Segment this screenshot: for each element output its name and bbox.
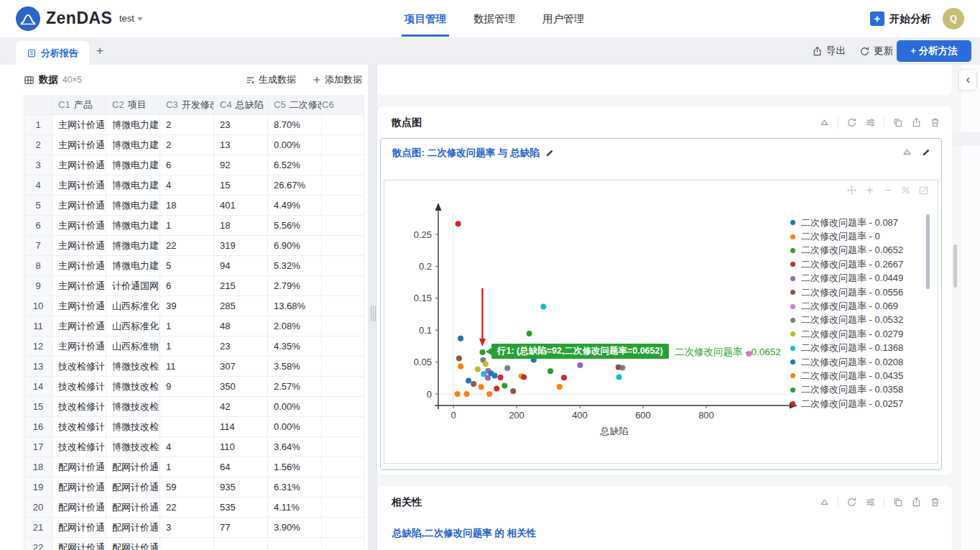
project-switcher[interactable]: test (119, 13, 143, 24)
table-cell[interactable]: 39 (160, 296, 214, 316)
table-cell[interactable]: 3 (160, 518, 214, 538)
table-cell[interactable]: 4.49% (268, 196, 322, 216)
legend-item[interactable]: 二次修改问题率 - 0.0257 (790, 397, 903, 411)
table-cell[interactable]: 主网计价通 (52, 155, 106, 175)
table-cell[interactable]: 2 (160, 115, 214, 135)
table-cell[interactable]: 319 (214, 236, 268, 256)
table-cell[interactable]: 5 (24, 196, 52, 216)
table-cell[interactable]: 42 (214, 397, 268, 417)
table-cell[interactable]: 12 (24, 336, 52, 357)
table-cell[interactable]: 配网计价通 (52, 518, 106, 538)
nav-tab-data-management[interactable]: 数据管理 (473, 0, 515, 37)
table-cell[interactable]: 215 (214, 276, 268, 296)
table-cell[interactable]: 1 (160, 336, 214, 357)
table-cell[interactable]: 配网计价通 (106, 518, 160, 538)
table-cell[interactable]: 22 (24, 538, 52, 550)
rerun-icon[interactable] (846, 497, 857, 508)
table-cell[interactable] (322, 336, 364, 357)
table-cell[interactable]: 主网计价通 (52, 336, 106, 357)
table-cell[interactable]: 配网计价通 (106, 538, 160, 550)
table-cell[interactable]: 18 (214, 216, 268, 236)
table-cell[interactable]: 4 (24, 175, 52, 196)
table-cell[interactable]: 博微技改检 (106, 437, 160, 457)
table-cell[interactable]: 主网计价通 (52, 135, 106, 155)
table-cell[interactable]: 0.00% (268, 135, 322, 155)
nav-tab-user-management[interactable]: 用户管理 (542, 0, 584, 37)
table-cell[interactable]: 1 (24, 115, 52, 135)
table-cell[interactable]: 0.00% (268, 417, 322, 437)
table-cell[interactable]: 307 (214, 357, 268, 377)
start-analysis-button[interactable]: 开始分析 (889, 12, 931, 26)
table-cell[interactable]: 技改检修计 (52, 357, 106, 377)
table-cell[interactable]: 主网计价通 (52, 175, 106, 196)
table-cell[interactable]: 23 (214, 336, 268, 357)
collapse-panel-button[interactable] (958, 69, 977, 91)
table-cell[interactable]: 配网计价通 (106, 477, 160, 498)
start-analysis-plus-icon[interactable]: + (870, 12, 884, 26)
legend-item[interactable]: 二次修改问题率 - 0.2667 (790, 257, 903, 271)
table-cell[interactable]: 配网计价通 (106, 457, 160, 477)
legend-item[interactable]: 二次修改问题率 - 0.069 (790, 299, 903, 313)
table-cell[interactable]: 92 (214, 155, 268, 175)
table-cell[interactable]: 3.64% (268, 437, 322, 457)
table-cell[interactable]: 博微技改检 (106, 377, 160, 397)
table-cell[interactable]: 博微技改检 (106, 357, 160, 377)
table-cell[interactable]: 技改检修计 (52, 417, 106, 437)
table-cell[interactable]: 94 (214, 256, 268, 276)
zoom-out-icon[interactable] (882, 185, 893, 196)
table-cell[interactable]: 401 (214, 196, 268, 216)
table-cell[interactable]: 博微电力建 (106, 115, 160, 135)
legend-item[interactable]: 二次修改问题率 - 0.0435 (790, 369, 903, 382)
table-cell[interactable] (322, 115, 364, 135)
table-cell[interactable]: 22 (160, 236, 214, 256)
table-cell[interactable]: 技改检修计 (52, 397, 106, 417)
table-cell[interactable]: 48 (214, 316, 268, 336)
settings-icon[interactable] (865, 117, 876, 128)
table-cell[interactable] (322, 498, 364, 518)
settings-icon[interactable] (865, 497, 876, 508)
table-cell[interactable]: 技改检修计 (52, 377, 106, 397)
table-cell[interactable]: 64 (214, 457, 268, 477)
table-cell[interactable]: 主网计价通 (52, 216, 106, 236)
table-cell[interactable]: 14 (24, 377, 52, 397)
table-cell[interactable]: 11 (160, 357, 214, 377)
table-cell[interactable] (322, 518, 364, 538)
add-report-tab-button[interactable]: + (96, 44, 103, 58)
legend-item[interactable]: 二次修改问题率 - 0 (790, 229, 903, 243)
column-header-C4[interactable]: C4总缺陷 (214, 95, 268, 115)
legend-item[interactable]: 二次修改问题率 - 0.1368 (790, 342, 903, 355)
add-analysis-method-button[interactable]: + 分析方法 (897, 40, 971, 62)
generate-data-button[interactable]: 生成数据 (245, 73, 296, 86)
nav-tab-project-management[interactable]: 项目管理 (405, 0, 446, 37)
edit-plot-icon[interactable] (918, 185, 929, 196)
table-cell[interactable]: 博微电力建 (106, 256, 160, 276)
table-cell[interactable]: 935 (214, 477, 268, 498)
table-cell[interactable]: 18 (160, 196, 214, 216)
table-cell[interactable]: 7 (24, 236, 52, 256)
table-cell[interactable]: 11 (24, 316, 52, 336)
table-cell[interactable]: 13.68% (268, 296, 322, 316)
column-header-C1[interactable]: C1产品 (52, 95, 106, 115)
export-chart-icon[interactable] (911, 497, 922, 508)
collapse-icon[interactable] (902, 147, 912, 157)
table-cell[interactable]: 2.79% (268, 276, 322, 296)
table-cell[interactable]: 6.90% (268, 236, 322, 256)
table-cell[interactable]: 59 (160, 477, 214, 498)
table-cell[interactable]: 博微电力建 (106, 236, 160, 256)
table-cell[interactable]: 4.35% (268, 336, 322, 357)
table-cell[interactable]: 13 (24, 357, 52, 377)
legend-item[interactable]: 二次修改问题率 - 0.0532 (790, 313, 903, 327)
table-cell[interactable] (322, 175, 364, 196)
table-cell[interactable] (322, 276, 364, 296)
copy-icon[interactable] (892, 117, 903, 128)
table-cell[interactable]: 配网计价通 (52, 498, 106, 518)
table-cell[interactable]: 博微电力建 (106, 135, 160, 155)
table-cell[interactable] (322, 357, 364, 377)
table-cell[interactable] (160, 538, 214, 550)
table-cell[interactable]: 山西标准化 (106, 316, 160, 336)
export-button[interactable]: 导出 (812, 45, 846, 58)
table-cell[interactable]: 535 (214, 498, 268, 518)
table-cell[interactable]: 1.56% (268, 457, 322, 477)
table-cell[interactable]: 博微电力建 (106, 216, 160, 236)
table-cell[interactable]: 9 (24, 276, 52, 296)
